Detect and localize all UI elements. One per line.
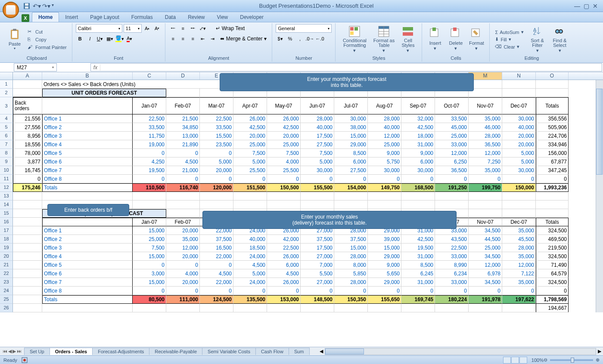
cell[interactable]: 12,000 [502,261,536,269]
paste-button[interactable]: Paste▾ [5,28,24,51]
cell[interactable]: 0 [133,261,166,269]
cell[interactable]: 30,000 [502,114,536,123]
cell[interactable]: 37,500 [200,235,233,244]
cell[interactable]: 45,000 [435,123,469,132]
comma-button[interactable]: , [295,34,304,43]
font-color-button[interactable]: A▾ [125,34,134,43]
row-header-7[interactable]: 7 [0,140,13,149]
cell[interactable]: 35,000 [502,252,536,261]
cell[interactable]: 334,946 [536,140,569,149]
cell[interactable]: 33,000 [435,140,469,149]
row-header-4[interactable]: 4 [0,114,13,123]
cell[interactable]: 25,000 [267,140,301,149]
cell[interactable]: 150,000 [502,183,536,192]
cell[interactable]: 22,500 [200,114,233,123]
cell[interactable]: 22,000 [200,278,233,287]
cell[interactable] [502,192,536,201]
cell[interactable]: 0 [368,287,401,295]
cell[interactable]: 28,000 [334,252,368,261]
cell[interactable]: 0 [502,287,536,295]
cell[interactable]: 31,000 [401,140,435,149]
cell[interactable]: 21,000 [166,166,200,175]
cell[interactable] [200,201,233,209]
cell[interactable] [13,287,42,295]
cell[interactable]: 0 [13,175,42,183]
cell[interactable] [42,304,133,312]
cell[interactable]: 13,000 [166,132,200,140]
cell[interactable]: 32,000 [401,114,435,123]
align-bottom-button[interactable]: ⬵ [189,24,197,33]
cell[interactable] [13,261,42,269]
row-header-25[interactable]: 25 [0,295,13,304]
cell[interactable] [469,209,502,218]
sheet-tab-receivable-payable[interactable]: Receivable-Payable [149,348,202,355]
cell[interactable] [13,226,42,235]
cell[interactable]: 34,850 [166,123,200,132]
fill-color-button[interactable]: 🪣▾ [115,34,124,43]
cell[interactable]: 35,000 [502,226,536,235]
col-header-A[interactable]: A [13,72,42,80]
cell[interactable]: 46,000 [469,123,502,132]
cell[interactable]: Office 3 [42,244,133,252]
cell[interactable]: 26,000 [267,278,301,287]
cell[interactable]: 169,745 [401,295,435,304]
cell[interactable]: 5,000 [502,149,536,157]
cell[interactable]: Dec-07 [502,218,536,226]
cell[interactable]: 45,500 [502,235,536,244]
row-header-3[interactable]: 3 [0,97,13,114]
row-header-26[interactable]: 26 [0,304,13,312]
cell[interactable]: 324,500 [536,278,569,287]
cell[interactable]: 7,500 [301,149,334,157]
cell[interactable]: 21,890 [166,140,200,149]
cell[interactable] [166,201,200,209]
cell[interactable]: 30,000 [334,114,368,123]
cell[interactable]: 30,000 [301,166,334,175]
cell[interactable]: 44,500 [469,235,502,244]
cell[interactable]: 7,250 [469,157,502,166]
cell[interactable]: Aug-07 [368,97,401,114]
cell[interactable]: 6,978 [469,269,502,278]
cell[interactable] [368,201,401,209]
cell[interactable]: 22,500 [133,114,166,123]
increase-decimal-button[interactable]: .0→ [305,34,314,43]
cell[interactable]: 224,706 [536,132,569,140]
cell[interactable]: 6,000 [334,157,368,166]
cell[interactable]: 5,500 [301,269,334,278]
redo-icon[interactable]: ↷▾ [42,3,49,9]
cell[interactable]: 20,000 [502,140,536,149]
cell[interactable]: 347,245 [536,166,569,175]
zoom-in-button[interactable]: ⊕ [596,357,600,363]
cell[interactable]: 0 [536,175,569,183]
cell[interactable]: 5,000 [233,157,267,166]
find-select-button[interactable]: Find & Select▾ [550,25,570,54]
vertical-scrollbar[interactable] [596,80,603,312]
row-header-20[interactable]: 20 [0,252,13,261]
cell[interactable]: 5,650 [368,269,401,278]
cell[interactable]: 80,500 [133,295,166,304]
row-header-6[interactable]: 6 [0,132,13,140]
cell[interactable]: 9,000 [401,149,435,157]
cell[interactable]: Jun-07 [301,97,334,114]
cell[interactable]: 0 [401,287,435,295]
cell[interactable]: 29,000 [368,278,401,287]
cell[interactable]: Nov-07 [469,97,502,114]
cell[interactable]: 1,798,569 [536,295,569,304]
cell[interactable]: 12,000 [435,149,469,157]
cell[interactable]: 197,622 [502,295,536,304]
tab-review[interactable]: Review [182,12,211,22]
col-header-N[interactable]: N [502,72,536,80]
row-header-17[interactable]: 17 [0,226,13,235]
cell[interactable]: 135,500 [233,295,267,304]
cell[interactable] [133,192,166,201]
grow-font-button[interactable]: A▴ [143,24,152,33]
horizontal-scrollbar[interactable]: ◀ ▶ [318,348,603,355]
cell[interactable] [13,201,42,209]
cell[interactable]: 5,000 [200,157,233,166]
row-header-5[interactable]: 5 [0,123,13,132]
cell[interactable]: 0 [166,287,200,295]
next-sheet-button[interactable]: ▶ [12,349,16,354]
cell[interactable]: 191,978 [469,295,502,304]
row-header-23[interactable]: 23 [0,278,13,287]
row-header-13[interactable]: 13 [0,192,13,201]
save-icon[interactable] [23,3,30,9]
